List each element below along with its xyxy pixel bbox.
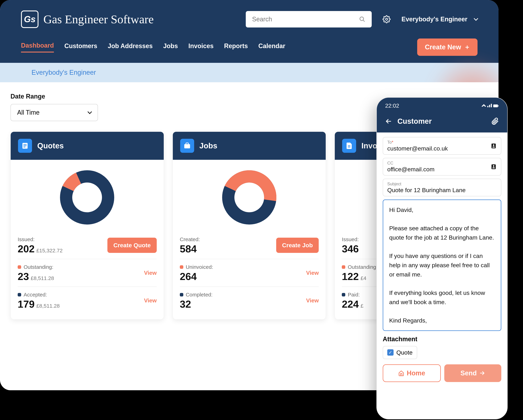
main-nav: Dashboard Customers Job Addresses Jobs I… [0,28,498,63]
svg-rect-11 [184,144,190,148]
paperclip-icon [491,118,499,125]
search-icon [359,16,365,22]
chevron-down-icon [474,16,478,21]
user-name: Everybody's Engineer [401,16,467,23]
breadcrumb-text[interactable]: Everybody's Engineer [32,69,96,76]
search-bar[interactable] [246,11,372,27]
svg-line-1 [363,20,365,22]
svg-point-2 [386,18,388,20]
mobile-actions: Home Send [383,364,501,382]
contact-icon[interactable] [490,143,497,149]
svg-rect-19 [498,105,498,107]
to-label: To* [387,140,497,145]
date-range-select[interactable]: All Time [10,104,98,121]
nav-jobs[interactable]: Jobs [163,42,178,52]
gear-icon [383,15,391,23]
view-link[interactable]: View [144,270,156,276]
app-logo: Gs Gas Engineer Software [21,10,154,28]
card-icon [180,139,194,153]
create-new-label: Create New [425,43,461,51]
attachment-label: Attachment [383,336,501,343]
nav-reports[interactable]: Reports [224,42,248,52]
breadcrumb: Everybody's Engineer [0,63,498,82]
card-title: Quotes [37,141,64,150]
send-button[interactable]: Send [444,364,501,382]
chevron-down-icon [88,110,92,114]
send-label: Send [461,370,477,377]
logo-text: Gas Engineer Software [43,12,154,26]
svg-point-22 [493,144,494,146]
contact-icon[interactable] [490,164,497,170]
arrow-right-icon [479,370,485,376]
donut-chart [18,169,157,226]
attachment-name: Quote [396,349,413,356]
donut-chart [180,169,319,226]
plus-icon [465,45,470,50]
nav-invoices[interactable]: Invoices [188,42,213,52]
attachment-chip[interactable]: ✓ Quote [383,346,417,359]
svg-point-0 [360,17,364,21]
nav-dashboard[interactable]: Dashboard [21,42,54,52]
view-link[interactable]: View [306,270,319,276]
home-icon [398,370,404,376]
back-button[interactable] [385,118,392,125]
nav-calendar[interactable]: Calendar [258,42,285,52]
svg-point-24 [493,165,494,167]
view-link[interactable]: View [144,297,156,304]
attachment-button[interactable] [491,118,499,125]
nav-job-addresses[interactable]: Job Addresses [108,42,153,52]
home-button[interactable]: Home [383,364,441,382]
card-title: Jobs [199,141,217,150]
email-body[interactable]: Hi David, Please see attached a copy of … [383,199,501,331]
settings-button[interactable] [382,15,391,24]
svg-rect-6 [24,144,27,145]
arrow-left-icon [385,118,392,125]
checkbox-checked-icon: ✓ [387,349,393,356]
status-time: 22:02 [385,103,399,109]
date-range-value: All Time [17,109,40,116]
home-label: Home [407,370,425,377]
search-input[interactable] [252,16,356,23]
svg-rect-15 [348,147,351,148]
svg-rect-14 [348,145,351,146]
card-quotes: Quotes Issued: 202 £15,322.72 Create Quo… [10,132,164,320]
svg-rect-7 [24,145,27,146]
topbar: Gs Gas Engineer Software Everybody's Eng… [0,0,498,28]
mobile-device: 22:02 Customer To* customer@email.co.uk … [376,97,508,419]
card-header: Jobs [173,132,326,160]
svg-rect-8 [24,147,25,148]
subject-value: Quote for 12 Buringham Lane [387,187,497,194]
mobile-status-bar: 22:02 [377,98,507,112]
to-field[interactable]: To* customer@email.co.uk [383,137,501,155]
subject-field[interactable]: Subject Quote for 12 Buringham Lane [383,179,501,196]
card-jobs: Jobs Created: 584 Create Job [173,132,326,320]
mobile-title: Customer [397,117,432,125]
nav-customers[interactable]: Customers [64,42,97,52]
mobile-body: To* customer@email.co.uk CC office@email… [377,132,507,387]
wifi-signal-battery-icon [481,103,499,108]
create-button[interactable]: Create Job [276,238,319,253]
cc-label: CC [387,161,497,165]
subject-label: Subject [387,181,497,186]
card-icon [18,139,32,153]
logo-mark: Gs [21,10,39,28]
mobile-header: Customer [377,112,507,132]
status-icons [481,103,499,108]
card-header: Quotes [11,132,164,160]
create-new-button[interactable]: Create New [417,39,478,56]
card-icon [342,139,356,153]
create-button[interactable]: Create Quote [107,238,157,253]
to-value: customer@email.co.uk [387,145,497,152]
svg-rect-18 [493,105,498,107]
view-link[interactable]: View [306,297,319,304]
user-menu[interactable]: Everybody's Engineer [401,16,478,23]
cc-value: office@email.com [387,166,497,173]
cc-field[interactable]: CC office@email.com [383,158,501,175]
